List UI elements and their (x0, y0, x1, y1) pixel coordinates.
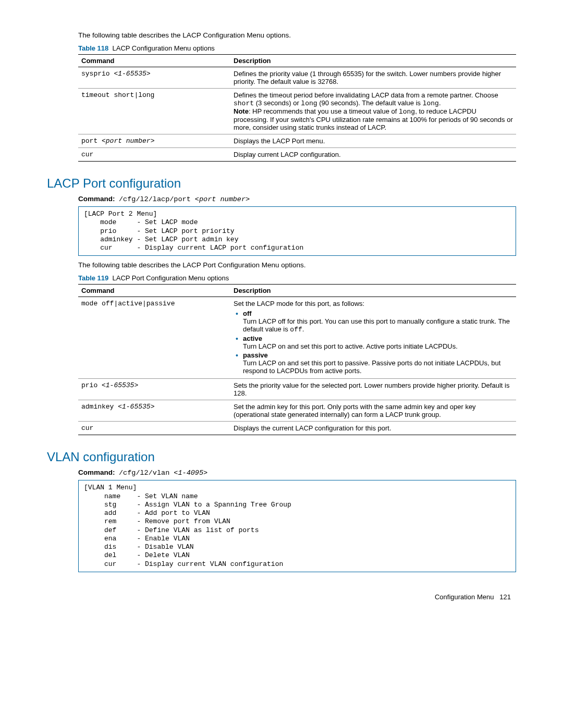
intro-text-1: The following table describes the LACP C… (78, 31, 516, 39)
intro-text-2: The following table describes the LACP P… (78, 261, 516, 269)
table-row: prio <1-65535> Sets the priority value f… (78, 379, 516, 400)
terminal-output-vlan: [VLAN 1 Menu] name - Set VLAN name stg -… (78, 480, 516, 572)
table-row: cur Displays the current LACP configurat… (78, 422, 516, 435)
table-119-caption: Table 119 LACP Port Configuration Menu o… (78, 274, 516, 282)
list-item: off Turn LACP off for this port. You can… (243, 310, 513, 334)
list-item: passive Turn LACP on and set this port t… (243, 351, 513, 375)
section-heading-vlan: VLAN configuration (47, 450, 516, 464)
table-118-caption: Table 118 LACP Configuration Menu option… (78, 44, 516, 52)
table-119: Command Description mode off|active|pass… (78, 284, 516, 435)
table-header: Description (230, 55, 516, 67)
table-row: cur Display current LACP configuration. (78, 148, 516, 162)
table-header: Command (78, 55, 230, 67)
table-header: Command (78, 285, 230, 297)
table-row: sysprio <1-65535> Defines the priority v… (78, 67, 516, 89)
table-row: mode off|active|passive Set the LACP mod… (78, 297, 516, 379)
table-header: Description (230, 285, 516, 297)
table-row: adminkey <1-65535> Set the admin key for… (78, 400, 516, 422)
table-row: port <port number> Displays the LACP Por… (78, 134, 516, 148)
command-line-lacp-port: Command: /cfg/l2/lacp/port <port number> (78, 195, 516, 203)
list-item: active Turn LACP on and set this port to… (243, 335, 513, 350)
terminal-output-lacp-port: [LACP Port 2 Menu] mode - Set LACP mode … (78, 206, 516, 256)
table-row: timeout short|long Defines the timeout p… (78, 89, 516, 134)
section-heading-lacp-port: LACP Port configuration (47, 176, 516, 191)
table-118: Command Description sysprio <1-65535> De… (78, 54, 516, 162)
command-line-vlan: Command: /cfg/l2/vlan <1-4095> (78, 468, 516, 477)
page-footer: Configuration Menu 121 (47, 593, 516, 601)
